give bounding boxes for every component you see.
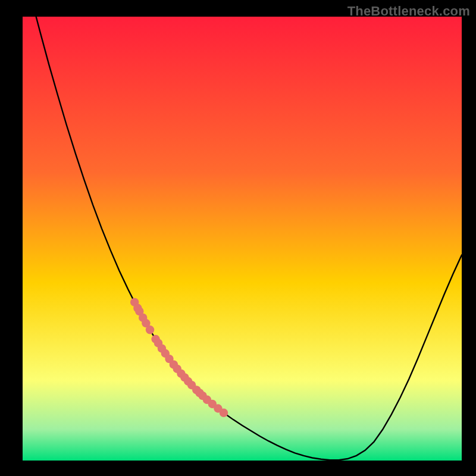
- data-dot: [146, 325, 154, 334]
- chart-frame: TheBottleneck.com: [0, 0, 476, 476]
- watermark-text: TheBottleneck.com: [347, 4, 470, 19]
- data-dot: [220, 409, 228, 417]
- chart-svg: [0, 0, 476, 476]
- gradient-background: [23, 17, 462, 461]
